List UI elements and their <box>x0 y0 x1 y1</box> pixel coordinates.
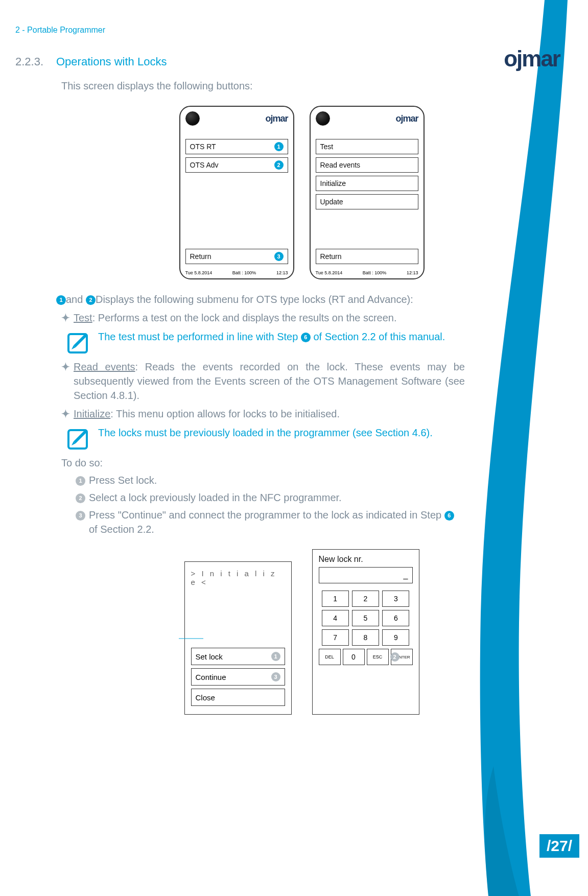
step-2: 2 Select a lock previously loaded in the… <box>76 490 464 505</box>
phone-btn-label: Test <box>320 143 334 151</box>
section-title: Operations with Locks <box>56 55 167 68</box>
step-text: Select a lock previously loaded in the N… <box>89 490 342 505</box>
step-text-a: Press "Continue" and connect the program… <box>89 509 441 521</box>
note-test: The test must be performed in line with … <box>66 330 460 355</box>
bullet-test: ✦ Test: Performs a test on the lock and … <box>61 311 465 325</box>
bullet-initialize: ✦ Initialize: This menu option allows fo… <box>61 407 465 421</box>
phone-btn-label: OTS RT <box>190 143 216 151</box>
phone-btn-label: Return <box>190 252 211 261</box>
phone-btn-label: Update <box>320 198 343 206</box>
init-btn-close: Close <box>191 689 285 706</box>
nfc-icon <box>185 111 200 126</box>
phone-left: ojmar OTS RT 1 OTS Adv 2 Return 3 Tue 5.… <box>179 106 294 279</box>
phone-footer-date: Tue 5.8.2014 <box>185 270 213 275</box>
callout-1-icon: 1 <box>56 295 66 305</box>
bullet-label: Initialize <box>74 408 110 419</box>
phone-btn-update: Update <box>316 194 418 209</box>
step-1: 1 Press Set lock. <box>76 473 464 487</box>
key-2: 2 <box>352 591 379 607</box>
key-esc: ESC <box>367 649 389 665</box>
bullet-icon: ✦ <box>61 311 74 325</box>
note-text-a: The test must be performed in line with … <box>98 331 298 342</box>
key-6: 6 <box>382 610 409 626</box>
phone-btn-initialize: Initialize <box>316 176 418 191</box>
phone-btn-ots-rt: OTS RT 1 <box>185 139 288 154</box>
phone-footer-time: 12:13 <box>407 270 418 275</box>
note-initialize: The locks must be previously loaded in t… <box>66 426 460 451</box>
key-enter: 2 ENTER <box>391 649 413 665</box>
step-num-icon: 2 <box>76 493 85 503</box>
callout-1-icon: 1 <box>274 142 284 151</box>
phone-btn-label: Initialize <box>320 179 346 187</box>
key-1: 1 <box>322 591 349 607</box>
label: Continue <box>196 673 226 681</box>
init-btn-set-lock: Set lock 1 <box>191 648 285 665</box>
key-0: 0 <box>343 649 365 665</box>
phone-footer-batt: Batt : 100% <box>363 270 387 275</box>
phone-footer-date: Tue 5.8.2014 <box>316 270 343 275</box>
bullet-text: : This menu option allows for locks to b… <box>110 408 340 419</box>
key-5: 5 <box>352 610 379 626</box>
phone-btn-return: Return 3 <box>185 249 288 264</box>
bullet-label: Test <box>74 312 92 323</box>
step-num-icon: 3 <box>76 511 85 521</box>
bullet-icon: ✦ <box>61 407 74 421</box>
bullet-icon: ✦ <box>61 360 74 403</box>
bullet-read-events: ✦ Read events: Reads the events recorded… <box>61 360 465 403</box>
page-number: /27/ <box>539 834 579 858</box>
init-btn-continue: Continue 3 <box>191 668 285 686</box>
phone-btn-return: Return <box>316 249 418 264</box>
text: Displays the following submenu for OTS t… <box>96 294 413 305</box>
bullet-text: : Performs a test on the lock and displa… <box>92 312 397 323</box>
breadcrumb: 2 - Portable Programmer <box>15 26 588 35</box>
step-text: Press Set lock. <box>89 473 157 487</box>
to-do-so: To do so: <box>61 456 465 470</box>
callout-2-icon: 2 <box>390 652 399 662</box>
phone-footer-time: 12:13 <box>276 270 288 275</box>
key-3: 3 <box>382 591 409 607</box>
step-text-b: of Section 2.2. <box>89 524 154 535</box>
keypad-display: _ <box>319 567 413 583</box>
bullet-label: Read events <box>74 361 135 372</box>
note-text-b: of Section 2.2 of this manual. <box>313 331 445 342</box>
key-7: 7 <box>322 629 349 646</box>
keypad-title: New lock nr. <box>319 555 413 564</box>
keypad-panel: New lock nr. _ 1 2 3 4 5 6 7 8 9 DEL 0 E… <box>312 549 419 715</box>
callout-2-icon: 2 <box>274 160 284 170</box>
callout-3-icon: 3 <box>271 672 280 681</box>
callout-1-icon: 1 <box>271 652 280 661</box>
key-8: 8 <box>352 629 379 646</box>
label: Close <box>196 693 215 702</box>
phone-brand: ojmar <box>395 113 418 124</box>
initialize-panel: > I n i t i a l i z e < Set lock 1 Conti… <box>184 561 292 715</box>
phone-btn-test: Test <box>316 139 418 154</box>
brand-logo: ojmar <box>504 46 560 72</box>
initialize-title: > I n i t i a l i z e < <box>191 569 285 586</box>
step-num-icon: 1 <box>76 476 85 486</box>
key-4: 4 <box>322 610 349 626</box>
phone-btn-label: Return <box>320 252 342 261</box>
text: and <box>66 294 86 305</box>
note-icon <box>66 330 91 355</box>
phone-footer-batt: Batt : 100% <box>232 270 256 275</box>
callout-6-icon: 6 <box>301 333 311 342</box>
note-text: The locks must be previously loaded in t… <box>98 426 433 440</box>
callout-2-icon: 2 <box>86 295 96 305</box>
figure-phones: ojmar OTS RT 1 OTS Adv 2 Return 3 Tue 5.… <box>15 106 588 279</box>
nfc-icon <box>316 111 330 126</box>
key-9: 9 <box>382 629 409 646</box>
phone-btn-label: OTS Adv <box>190 161 219 169</box>
phone-btn-read-events: Read events <box>316 157 418 173</box>
phone-btn-ots-adv: OTS Adv 2 <box>185 157 288 173</box>
section-number: 2.2.3. <box>15 55 56 68</box>
phone-brand: ojmar <box>265 113 288 124</box>
callout-3-icon: 3 <box>274 252 284 261</box>
label: Set lock <box>196 652 223 661</box>
callout-6-icon: 6 <box>444 511 454 521</box>
step-3: 3 Press "Continue" and connect the progr… <box>76 508 464 536</box>
figure-initialize: > I n i t i a l i z e < Set lock 1 Conti… <box>15 549 588 715</box>
callout-explain: 1and 2Displays the following submenu for… <box>56 292 460 306</box>
key-del: DEL <box>319 649 341 665</box>
note-icon <box>66 426 91 451</box>
phone-btn-label: Read events <box>320 161 361 169</box>
